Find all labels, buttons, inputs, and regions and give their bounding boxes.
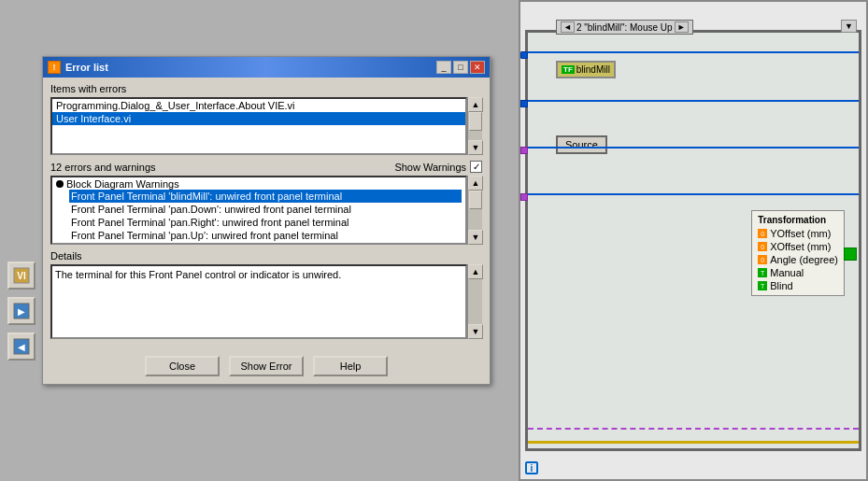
details-scroll-up[interactable]: ▲ (468, 264, 483, 279)
source-block: Source (556, 135, 607, 154)
show-warnings-checkbox[interactable]: ✓ (470, 161, 482, 173)
dialog-footer: Close Show Error Help (43, 350, 490, 384)
case-structure: ◄ 2 "blindMill": Mouse Up ► ▼ TF blindMi… (525, 30, 861, 451)
transform-label-blind: Blind (770, 280, 792, 291)
dialog-icon: ! (48, 61, 61, 74)
info-icon-label: i (531, 463, 534, 474)
items-list-item-1[interactable]: User Interface.vi (52, 112, 465, 125)
block-diagram: ◄ 2 "blindMill": Mouse Up ► ▼ TF blindMi… (519, 0, 868, 481)
close-button[interactable]: ✕ (470, 61, 485, 74)
badge-xoffset: 0 (758, 242, 767, 251)
items-scroll-track (468, 112, 482, 140)
details-scrollbar[interactable]: ▲ ▼ (467, 264, 482, 339)
error-group-0: Block Diagram Warnings Front Panel Termi… (52, 177, 465, 243)
error-items-0: Front Panel Terminal 'blindMill': unwire… (56, 190, 462, 242)
transform-row-1: 0 XOffset (mm) (758, 241, 838, 252)
transformation-label: Transformation (758, 215, 838, 225)
transformation-box: Transformation 0 YOffset (mm) 0 XOffset … (751, 210, 845, 296)
errors-scroll-thumb[interactable] (469, 191, 482, 209)
svg-text:◀: ◀ (18, 342, 25, 352)
case-expand[interactable]: ▼ (841, 20, 857, 33)
show-warnings-label: Show Warnings (394, 162, 466, 173)
dialog-controls: _ □ ✕ (436, 61, 485, 74)
error-item-0[interactable]: Front Panel Terminal 'blindMill': unwire… (69, 190, 462, 203)
dialog-title-left: ! Error list (48, 61, 108, 74)
case-nav-next[interactable]: ► (675, 21, 689, 33)
items-scroll-up[interactable]: ▲ (468, 97, 483, 112)
details-label: Details (50, 250, 482, 262)
transform-row-4: T Blind (758, 280, 838, 291)
transform-label-yoffset: YOffset (mm) (770, 228, 831, 239)
transform-row-0: 0 YOffset (mm) (758, 228, 838, 239)
errors-count-label: 12 errors and warnings (50, 162, 156, 173)
errors-scroll-up[interactable]: ▲ (468, 176, 483, 191)
green-indicator (844, 248, 857, 261)
items-scroll-down[interactable]: ▼ (468, 140, 483, 155)
wire-yellow (528, 441, 859, 444)
error-item-2[interactable]: Front Panel Terminal 'pan.Right': unwire… (69, 216, 462, 229)
badge-manual: T (758, 268, 767, 277)
minimize-button[interactable]: _ (436, 61, 451, 74)
badge-angle: 0 (758, 255, 767, 264)
transform-label-xoffset: XOffset (mm) (770, 241, 831, 252)
case-nav-prev[interactable]: ◄ (561, 21, 575, 33)
details-text: The terminal for this Front Panel contro… (55, 269, 341, 280)
items-list-item-0[interactable]: Programming.Dialog_&_User_Interface.Abou… (52, 99, 465, 112)
left-panel: VI ▶ ◀ (0, 0, 42, 481)
show-warnings-area: Show Warnings ✓ (394, 161, 482, 173)
left-btn-3[interactable]: ◀ (7, 332, 36, 361)
bd-content: ◄ 2 "blindMill": Mouse Up ► ▼ TF blindMi… (520, 2, 866, 479)
error-group-label-0: Block Diagram Warnings (66, 178, 179, 190)
wire-lower-blue (528, 147, 859, 149)
wire-bottom-blue (528, 193, 859, 195)
info-icon: i (525, 461, 538, 474)
transform-label-manual: Manual (770, 267, 804, 278)
svg-text:▶: ▶ (18, 306, 25, 317)
items-with-errors-label: Items with errors (50, 83, 482, 94)
case-header: ◄ 2 "blindMill": Mouse Up ► (556, 20, 693, 35)
errors-scrollbar[interactable]: ▲ ▼ (467, 176, 482, 245)
errors-scroll-down[interactable]: ▼ (468, 230, 483, 245)
errors-list: Block Diagram Warnings Front Panel Termi… (50, 176, 467, 245)
items-scrollbar[interactable]: ▲ ▼ (467, 97, 482, 155)
transform-row-2: 0 Angle (degree) (758, 254, 838, 265)
transform-label-angle: Angle (degree) (770, 254, 838, 265)
show-error-button[interactable]: Show Error (229, 356, 304, 376)
details-box: The terminal for this Front Panel contro… (50, 264, 467, 339)
left-btn-1[interactable]: VI (7, 262, 36, 290)
connector-top (520, 51, 528, 59)
close-dialog-button[interactable]: Close (145, 356, 220, 376)
error-item-1[interactable]: Front Panel Terminal 'pan.Down': unwired… (69, 203, 462, 216)
dialog-body: Items with errors Programming.Dialog_&_U… (43, 78, 490, 350)
maximize-button[interactable]: □ (453, 61, 468, 74)
errors-scroll-track (468, 191, 482, 230)
error-group-header-0[interactable]: Block Diagram Warnings (56, 178, 462, 190)
errors-header: 12 errors and warnings Show Warnings ✓ (50, 161, 482, 173)
blindmill-vi-block: TF blindMill (556, 61, 616, 78)
dialog-titlebar: ! Error list _ □ ✕ (43, 57, 490, 78)
bullet-icon (56, 180, 64, 188)
badge-yoffset: 0 (758, 229, 767, 238)
vi-name: blindMill (576, 64, 610, 75)
case-header-label: 2 "blindMill": Mouse Up (576, 22, 673, 33)
svg-text:VI: VI (17, 271, 26, 281)
wire-top-blue (528, 51, 859, 53)
wire-dashed-pink (528, 428, 859, 430)
connector-bottom (520, 193, 528, 201)
left-btn-2[interactable]: ▶ (7, 297, 36, 325)
details-scroll-track (468, 279, 482, 324)
transform-row-3: T Manual (758, 267, 838, 278)
connector-mid (520, 100, 528, 107)
items-scroll-thumb[interactable] (469, 112, 482, 131)
error-dialog: ! Error list _ □ ✕ Items with errors Pro… (42, 56, 491, 385)
connector-lower (520, 147, 528, 154)
source-label: Source (565, 139, 598, 150)
vi-badge: TF (562, 65, 575, 74)
badge-blind: T (758, 281, 767, 290)
dialog-title: Error list (65, 62, 108, 73)
wire-mid-blue (528, 100, 859, 102)
help-button[interactable]: Help (313, 356, 388, 376)
error-item-3[interactable]: Front Panel Terminal 'pan.Up': unwired f… (69, 229, 462, 242)
details-scroll-down[interactable]: ▼ (468, 324, 483, 339)
